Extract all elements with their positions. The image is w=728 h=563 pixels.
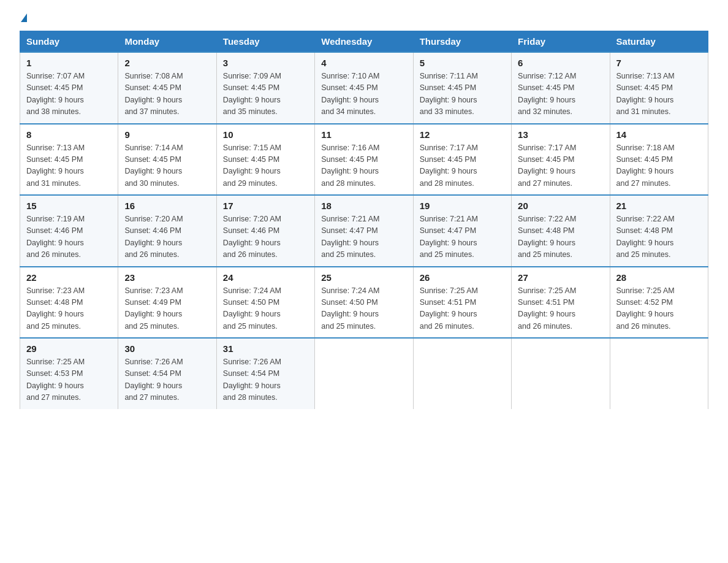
day-number: 1 [26,58,112,68]
calendar-cell: 26 Sunrise: 7:25 AMSunset: 4:51 PMDaylig… [413,267,511,339]
calendar-cell: 29 Sunrise: 7:25 AMSunset: 4:53 PMDaylig… [20,338,118,409]
calendar-cell: 22 Sunrise: 7:23 AMSunset: 4:48 PMDaylig… [20,267,118,339]
calendar-header-sunday: Sunday [20,31,118,53]
calendar-cell: 21 Sunrise: 7:22 AMSunset: 4:48 PMDaylig… [610,195,708,267]
calendar-cell: 18 Sunrise: 7:21 AMSunset: 4:47 PMDaylig… [315,195,413,267]
calendar-cell: 25 Sunrise: 7:24 AMSunset: 4:50 PMDaylig… [315,267,413,339]
calendar-table: SundayMondayTuesdayWednesdayThursdayFrid… [20,31,708,409]
calendar-week-row: 15 Sunrise: 7:19 AMSunset: 4:46 PMDaylig… [20,195,708,267]
day-info: Sunrise: 7:13 AMSunset: 4:45 PMDaylight:… [26,144,85,188]
day-info: Sunrise: 7:13 AMSunset: 4:45 PMDaylight:… [616,72,675,116]
day-info: Sunrise: 7:19 AMSunset: 4:46 PMDaylight:… [26,215,85,259]
day-info: Sunrise: 7:09 AMSunset: 4:45 PMDaylight:… [223,72,281,116]
calendar-cell: 28 Sunrise: 7:25 AMSunset: 4:52 PMDaylig… [610,267,708,339]
calendar-header-thursday: Thursday [413,31,511,53]
day-info: Sunrise: 7:17 AMSunset: 4:45 PMDaylight:… [518,144,576,188]
day-number: 31 [223,343,308,354]
day-info: Sunrise: 7:16 AMSunset: 4:45 PMDaylight:… [321,144,379,188]
calendar-cell: 20 Sunrise: 7:22 AMSunset: 4:48 PMDaylig… [512,195,610,267]
calendar-header-row: SundayMondayTuesdayWednesdayThursdayFrid… [20,31,708,53]
calendar-cell: 5 Sunrise: 7:11 AMSunset: 4:45 PMDayligh… [413,52,511,124]
calendar-cell: 16 Sunrise: 7:20 AMSunset: 4:46 PMDaylig… [118,195,216,267]
calendar-cell: 27 Sunrise: 7:25 AMSunset: 4:51 PMDaylig… [512,267,610,339]
calendar-week-row: 29 Sunrise: 7:25 AMSunset: 4:53 PMDaylig… [20,338,708,409]
day-number: 25 [321,272,406,283]
day-number: 17 [223,201,308,211]
calendar-header-tuesday: Tuesday [216,31,314,53]
day-number: 20 [518,201,603,211]
day-info: Sunrise: 7:25 AMSunset: 4:51 PMDaylight:… [420,286,478,331]
day-info: Sunrise: 7:21 AMSunset: 4:47 PMDaylight:… [420,215,478,259]
day-number: 12 [420,129,505,140]
day-info: Sunrise: 7:25 AMSunset: 4:53 PMDaylight:… [26,358,85,402]
day-info: Sunrise: 7:26 AMSunset: 4:54 PMDaylight:… [223,358,281,402]
calendar-cell: 17 Sunrise: 7:20 AMSunset: 4:46 PMDaylig… [216,195,314,267]
calendar-week-row: 8 Sunrise: 7:13 AMSunset: 4:45 PMDayligh… [20,124,708,196]
day-info: Sunrise: 7:11 AMSunset: 4:45 PMDaylight:… [420,72,478,116]
day-info: Sunrise: 7:22 AMSunset: 4:48 PMDaylight:… [518,215,576,259]
day-info: Sunrise: 7:18 AMSunset: 4:45 PMDaylight:… [616,144,675,188]
day-info: Sunrise: 7:23 AMSunset: 4:49 PMDaylight:… [124,286,183,331]
day-number: 27 [518,272,603,283]
day-info: Sunrise: 7:25 AMSunset: 4:52 PMDaylight:… [616,286,675,331]
day-number: 5 [420,58,505,68]
day-number: 8 [26,129,112,140]
calendar-cell [315,338,413,409]
day-number: 3 [223,58,308,68]
calendar-cell: 15 Sunrise: 7:19 AMSunset: 4:46 PMDaylig… [20,195,118,267]
day-number: 7 [616,58,702,68]
calendar-cell [512,338,610,409]
day-number: 15 [26,201,112,211]
calendar-header-saturday: Saturday [610,31,708,53]
calendar-cell: 14 Sunrise: 7:18 AMSunset: 4:45 PMDaylig… [610,124,708,196]
day-number: 19 [420,201,505,211]
calendar-cell: 1 Sunrise: 7:07 AMSunset: 4:45 PMDayligh… [20,52,118,124]
calendar-cell: 11 Sunrise: 7:16 AMSunset: 4:45 PMDaylig… [315,124,413,196]
calendar-cell: 9 Sunrise: 7:14 AMSunset: 4:45 PMDayligh… [118,124,216,196]
day-number: 11 [321,129,406,140]
calendar-week-row: 1 Sunrise: 7:07 AMSunset: 4:45 PMDayligh… [20,52,708,124]
day-info: Sunrise: 7:20 AMSunset: 4:46 PMDaylight:… [223,215,281,259]
day-number: 23 [124,272,210,283]
day-number: 30 [124,343,210,354]
day-info: Sunrise: 7:26 AMSunset: 4:54 PMDaylight:… [124,358,183,402]
day-info: Sunrise: 7:22 AMSunset: 4:48 PMDaylight:… [616,215,675,259]
day-number: 29 [26,343,112,354]
calendar-cell: 24 Sunrise: 7:24 AMSunset: 4:50 PMDaylig… [216,267,314,339]
day-info: Sunrise: 7:15 AMSunset: 4:45 PMDaylight:… [223,144,281,188]
day-info: Sunrise: 7:24 AMSunset: 4:50 PMDaylight:… [321,286,379,331]
day-info: Sunrise: 7:12 AMSunset: 4:45 PMDaylight:… [518,72,576,116]
calendar-cell: 4 Sunrise: 7:10 AMSunset: 4:45 PMDayligh… [315,52,413,124]
day-info: Sunrise: 7:23 AMSunset: 4:48 PMDaylight:… [26,286,85,331]
calendar-cell [610,338,708,409]
calendar-cell: 10 Sunrise: 7:15 AMSunset: 4:45 PMDaylig… [216,124,314,196]
day-info: Sunrise: 7:08 AMSunset: 4:45 PMDaylight:… [124,72,183,116]
day-number: 24 [223,272,308,283]
day-number: 6 [518,58,603,68]
calendar-cell: 7 Sunrise: 7:13 AMSunset: 4:45 PMDayligh… [610,52,708,124]
calendar-cell [413,338,511,409]
calendar-cell: 30 Sunrise: 7:26 AMSunset: 4:54 PMDaylig… [118,338,216,409]
day-info: Sunrise: 7:21 AMSunset: 4:47 PMDaylight:… [321,215,379,259]
calendar-cell: 31 Sunrise: 7:26 AMSunset: 4:54 PMDaylig… [216,338,314,409]
calendar-header-wednesday: Wednesday [315,31,413,53]
day-number: 13 [518,129,603,140]
day-info: Sunrise: 7:20 AMSunset: 4:46 PMDaylight:… [124,215,183,259]
day-info: Sunrise: 7:07 AMSunset: 4:45 PMDaylight:… [26,72,85,116]
page-header [20,15,708,23]
day-number: 18 [321,201,406,211]
day-number: 16 [124,201,210,211]
calendar-cell: 6 Sunrise: 7:12 AMSunset: 4:45 PMDayligh… [512,52,610,124]
day-info: Sunrise: 7:14 AMSunset: 4:45 PMDaylight:… [124,144,183,188]
logo-triangle-icon [21,13,27,22]
day-number: 14 [616,129,702,140]
logo [20,15,27,23]
calendar-cell: 3 Sunrise: 7:09 AMSunset: 4:45 PMDayligh… [216,52,314,124]
day-info: Sunrise: 7:10 AMSunset: 4:45 PMDaylight:… [321,72,379,116]
calendar-cell: 2 Sunrise: 7:08 AMSunset: 4:45 PMDayligh… [118,52,216,124]
calendar-header-friday: Friday [512,31,610,53]
day-number: 21 [616,201,702,211]
calendar-cell: 12 Sunrise: 7:17 AMSunset: 4:45 PMDaylig… [413,124,511,196]
day-number: 2 [124,58,210,68]
calendar-cell: 13 Sunrise: 7:17 AMSunset: 4:45 PMDaylig… [512,124,610,196]
